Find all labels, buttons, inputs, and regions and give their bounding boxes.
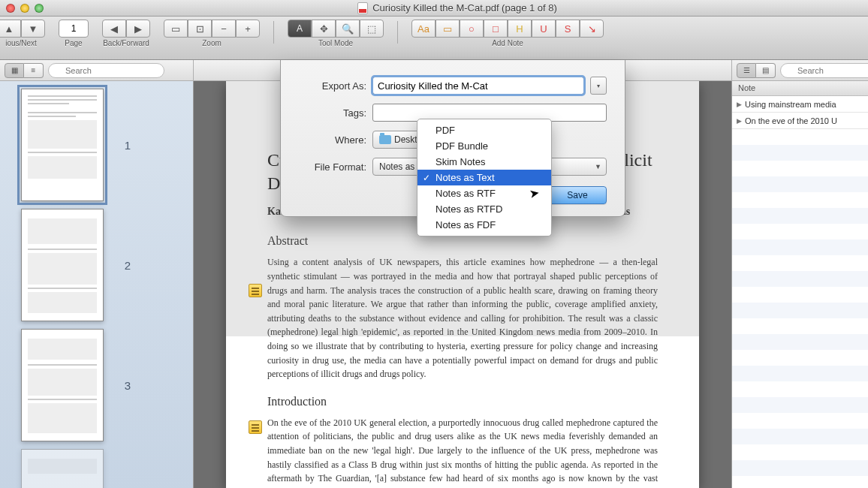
window-titlebar: Curiosity Killed the M-Cat.pdf (page 1 o… bbox=[0, 0, 868, 17]
introduction-heading: Introduction bbox=[267, 395, 658, 408]
minus-icon: − bbox=[221, 23, 227, 35]
main-toolbar: ▲ ▼ ious/Next Page ◀ ▶ Back/Forward ▭ ⊡ … bbox=[0, 17, 868, 60]
fit-page-button[interactable]: ▭ bbox=[164, 20, 188, 38]
back-forward-group: ◀ ▶ Back/Forward bbox=[102, 20, 150, 47]
zoom-in-button[interactable]: + bbox=[236, 20, 260, 38]
thumbnails-sidebar[interactable]: 1 2 3 bbox=[0, 81, 194, 488]
note-item-text: Using mainstream media bbox=[745, 100, 836, 109]
save-button[interactable]: Save bbox=[548, 186, 607, 204]
magnify-tool-button[interactable]: 🔍 bbox=[336, 20, 360, 38]
notes-grid-icon: ▤ bbox=[762, 66, 769, 74]
arrow-right-icon: ▶ bbox=[134, 23, 142, 35]
page-thumbnail[interactable] bbox=[21, 89, 104, 201]
line-note-button[interactable]: ↘ bbox=[580, 20, 604, 38]
thumbnail-icon: ▦ bbox=[11, 66, 18, 74]
underline-icon: U bbox=[540, 23, 547, 35]
filename-history-stepper[interactable]: ▾ bbox=[590, 77, 607, 95]
arrow-down-icon: ▼ bbox=[29, 23, 38, 35]
dropdown-option-notes-as-text[interactable]: Notes as Text bbox=[417, 170, 551, 185]
pdf-document-icon bbox=[357, 2, 368, 14]
forward-button[interactable]: ▶ bbox=[126, 20, 150, 38]
tags-label: Tags: bbox=[299, 107, 366, 119]
thumbnail-row[interactable]: 3 bbox=[0, 327, 193, 447]
anchored-note-icon: ▭ bbox=[443, 23, 452, 35]
note-item-text: On the eve of the 2010 U bbox=[745, 116, 837, 125]
disclosure-triangle-icon[interactable]: ▶ bbox=[737, 117, 742, 125]
notes-list-button[interactable]: ☰ bbox=[737, 63, 756, 78]
right-view-toggle: ☰ ▤ bbox=[737, 63, 776, 78]
zoom-out-button[interactable]: − bbox=[212, 20, 236, 38]
outline-view-button[interactable]: ≡ bbox=[24, 63, 44, 78]
highlight-icon: H bbox=[516, 23, 523, 35]
page-number-input[interactable] bbox=[59, 20, 89, 38]
text-note-icon: Aa bbox=[417, 23, 429, 35]
notes-list-icon: ☰ bbox=[743, 66, 750, 74]
file-format-label: File Format: bbox=[299, 161, 366, 173]
page-thumbnail[interactable] bbox=[21, 209, 104, 321]
list-icon: ≡ bbox=[32, 66, 36, 74]
fit-page-icon: ▭ bbox=[171, 23, 180, 35]
arrow-left-icon: ◀ bbox=[110, 23, 118, 35]
notes-grid-button[interactable]: ▤ bbox=[756, 63, 776, 78]
move-icon: ✥ bbox=[320, 23, 328, 35]
disclosure-triangle-icon[interactable]: ▶ bbox=[737, 101, 742, 108]
minimize-window-button[interactable] bbox=[20, 4, 29, 13]
toolbar-label: Page bbox=[65, 39, 82, 47]
right-search-input[interactable] bbox=[780, 63, 868, 78]
dropdown-option-skim-notes[interactable]: Skim Notes bbox=[417, 154, 551, 170]
toolbar-label: Zoom bbox=[202, 39, 222, 47]
page-thumbnail[interactable] bbox=[21, 329, 104, 441]
next-page-button[interactable]: ▼ bbox=[21, 20, 45, 38]
page-number-label: 2 bbox=[113, 259, 131, 272]
note-marker-icon[interactable] bbox=[249, 420, 262, 434]
traffic-lights bbox=[6, 4, 44, 13]
intro-paragraph: On the eve of the 2010 UK general electi… bbox=[267, 416, 658, 488]
select-icon: ⬚ bbox=[367, 23, 376, 35]
underline-button[interactable]: U bbox=[532, 20, 556, 38]
dropdown-option-notes-as-fdf[interactable]: Notes as FDF bbox=[417, 217, 551, 233]
move-tool-button[interactable]: ✥ bbox=[312, 20, 336, 38]
box-note-button[interactable]: □ bbox=[484, 20, 508, 38]
notes-sidebar: Note ▶Using mainstream media ▶On the eve… bbox=[731, 81, 868, 488]
line-icon: ↘ bbox=[588, 23, 596, 35]
dropdown-option-notes-as-rtf[interactable]: Notes as RTF bbox=[417, 185, 551, 201]
left-search-input[interactable] bbox=[48, 63, 164, 78]
chevron-updown-icon: ▼ bbox=[595, 163, 601, 170]
circle-note-button[interactable]: ○ bbox=[460, 20, 484, 38]
thumbnail-view-button[interactable]: ▦ bbox=[5, 63, 24, 78]
page-number-label: 1 bbox=[113, 139, 131, 152]
magnify-icon: 🔍 bbox=[342, 23, 354, 35]
notes-empty-area bbox=[732, 129, 868, 488]
note-list-item[interactable]: ▶On the eve of the 2010 U bbox=[732, 113, 868, 129]
page-thumbnail[interactable] bbox=[21, 449, 104, 488]
select-tool-button[interactable]: ⬚ bbox=[360, 20, 384, 38]
left-view-toggle: ▦ ≡ bbox=[5, 63, 44, 78]
dropdown-option-pdf[interactable]: PDF bbox=[417, 122, 551, 138]
tool-mode-group: A ✥ 🔍 ⬚ Tool Mode bbox=[288, 20, 384, 47]
dropdown-option-notes-as-rtfd[interactable]: Notes as RTFD bbox=[417, 201, 551, 217]
thumbnail-row[interactable] bbox=[0, 447, 193, 488]
note-marker-icon[interactable] bbox=[249, 284, 262, 297]
page-group: Page bbox=[59, 20, 89, 47]
thumbnail-row[interactable]: 1 bbox=[0, 87, 193, 207]
where-label: Where: bbox=[299, 134, 366, 146]
circle-icon: ○ bbox=[469, 23, 475, 35]
text-note-button[interactable]: Aa bbox=[411, 20, 436, 38]
close-window-button[interactable] bbox=[6, 4, 15, 13]
text-tool-icon: A bbox=[297, 23, 303, 34]
previous-page-button[interactable]: ▲ bbox=[0, 20, 21, 38]
anchored-note-button[interactable]: ▭ bbox=[436, 20, 460, 38]
box-icon: □ bbox=[493, 23, 499, 35]
dropdown-option-pdf-bundle[interactable]: PDF Bundle bbox=[417, 138, 551, 154]
highlight-button[interactable]: H bbox=[508, 20, 532, 38]
export-filename-input[interactable] bbox=[372, 77, 584, 95]
back-button[interactable]: ◀ bbox=[102, 20, 126, 38]
zoom-window-button[interactable] bbox=[35, 4, 44, 13]
strikeout-button[interactable]: S bbox=[556, 20, 580, 38]
file-format-dropdown: PDF PDF Bundle Skim Notes Notes as Text … bbox=[417, 119, 552, 236]
note-list-item[interactable]: ▶Using mainstream media bbox=[732, 96, 868, 113]
actual-size-button[interactable]: ⊡ bbox=[188, 20, 212, 38]
notes-header: Note bbox=[732, 81, 868, 96]
thumbnail-row[interactable]: 2 bbox=[0, 207, 193, 327]
text-tool-button[interactable]: A bbox=[288, 20, 312, 38]
